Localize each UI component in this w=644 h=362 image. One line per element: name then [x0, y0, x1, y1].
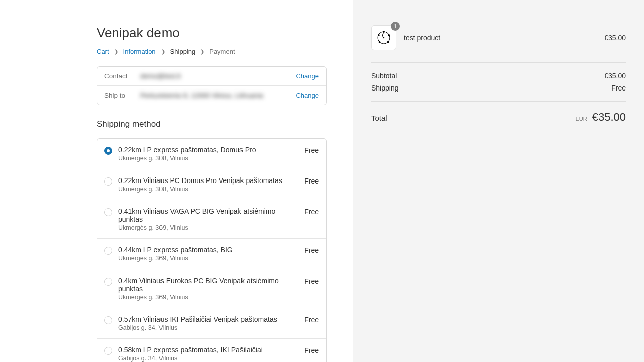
- shipping-heading: Shipping method: [97, 119, 327, 129]
- shipto-value: Perkunkiemio 6, 12000 Vilnius, Lithuania: [139, 92, 296, 99]
- option-text: 0.4km Vilniaus Eurokos PC BIG Venipak at…: [118, 277, 298, 301]
- shipping-option[interactable]: 0.41km Vilniaus VAGA PC BIG Venipak atsi…: [97, 200, 326, 239]
- shipping-cost-label: Shipping: [371, 84, 399, 92]
- option-title: 0.22km LP express paštomatas, Domus Pro: [118, 146, 298, 154]
- option-subtitle: Gabijos g. 34, Vilnius: [118, 324, 298, 331]
- breadcrumb: Cart ❯ Information ❯ Shipping ❯ Payment: [97, 48, 327, 55]
- svg-point-5: [378, 34, 380, 36]
- shipping-option[interactable]: 0.22km Vilniaus PC Domus Pro Venipak paš…: [97, 169, 326, 200]
- change-contact-link[interactable]: Change: [296, 72, 319, 80]
- option-subtitle: Ukmergės g. 369, Vilnius: [118, 224, 298, 231]
- review-box: Contact demo@test.lt Change Ship to Perk…: [97, 66, 327, 105]
- shipping-option[interactable]: 0.44km LP express paštomatas, BIGUkmergė…: [97, 239, 326, 269]
- option-title: 0.58km LP express paštomatas, IKI Pašila…: [118, 346, 298, 354]
- option-text: 0.44km LP express paštomatas, BIGUkmergė…: [118, 246, 298, 262]
- option-price: Free: [304, 146, 319, 154]
- option-subtitle: Ukmergės g. 308, Vilnius: [118, 186, 298, 193]
- svg-point-3: [387, 41, 389, 43]
- shipping-option[interactable]: 0.58km LP express paštomatas, IKI Pašila…: [97, 339, 326, 362]
- contact-row: Contact demo@test.lt Change: [97, 67, 326, 86]
- product-thumbnail: 1: [371, 25, 396, 50]
- option-title: 0.4km Vilniaus Eurokos PC BIG Venipak at…: [118, 277, 298, 293]
- product-icon: [375, 29, 392, 46]
- grand-total: Total EUR €35.00: [371, 102, 626, 124]
- order-summary: 1 test product €35.00 Subtotal €35.00 Sh…: [353, 0, 644, 362]
- option-price: Free: [304, 177, 319, 185]
- total-value: €35.00: [592, 111, 626, 124]
- shipto-row: Ship to Perkunkiemio 6, 12000 Vilnius, L…: [97, 86, 326, 105]
- shipping-list: 0.22km LP express paštomatas, Domus ProU…: [97, 138, 327, 362]
- page-title: Venipak demo: [97, 25, 327, 41]
- option-price: Free: [304, 277, 319, 285]
- shipping-cost-value: Free: [611, 84, 626, 92]
- svg-point-2: [388, 34, 390, 36]
- chevron-right-icon: ❯: [200, 49, 204, 54]
- option-title: 0.41km Vilniaus VAGA PC BIG Venipak atsi…: [118, 207, 298, 223]
- shipping-option[interactable]: 0.22km LP express paštomatas, Domus ProU…: [97, 139, 326, 169]
- currency-code: EUR: [575, 116, 587, 122]
- option-price: Free: [304, 246, 319, 254]
- option-text: 0.22km Vilniaus PC Domus Pro Venipak paš…: [118, 176, 298, 193]
- contact-value: demo@test.lt: [139, 72, 296, 80]
- option-text: 0.57km Vilniaus IKI Pašilaičiai Venipak …: [118, 315, 298, 331]
- svg-point-1: [383, 31, 385, 33]
- radio-icon[interactable]: [104, 247, 112, 255]
- radio-icon[interactable]: [104, 147, 112, 155]
- option-text: 0.41km Vilniaus VAGA PC BIG Venipak atsi…: [118, 207, 298, 231]
- breadcrumb-shipping: Shipping: [170, 48, 196, 55]
- option-title: 0.22km Vilniaus PC Domus Pro Venipak paš…: [118, 176, 298, 185]
- option-title: 0.57km Vilniaus IKI Pašilaičiai Venipak …: [118, 315, 298, 323]
- radio-icon[interactable]: [104, 278, 112, 286]
- chevron-right-icon: ❯: [114, 49, 118, 54]
- subtotal-label: Subtotal: [371, 72, 397, 80]
- subtotal-value: €35.00: [604, 72, 626, 80]
- option-subtitle: Ukmergės g. 369, Vilnius: [118, 255, 298, 262]
- option-subtitle: Ukmergės g. 308, Vilnius: [118, 155, 298, 162]
- breadcrumb-information[interactable]: Information: [123, 48, 156, 55]
- svg-point-4: [379, 41, 381, 43]
- product-name: test product: [404, 34, 604, 42]
- svg-point-6: [383, 37, 385, 39]
- contact-label: Contact: [104, 72, 139, 80]
- option-subtitle: Ukmergės g. 369, Vilnius: [118, 294, 298, 301]
- option-text: 0.58km LP express paštomatas, IKI Pašila…: [118, 346, 298, 362]
- totals-block: Subtotal €35.00 Shipping Free: [371, 63, 626, 102]
- option-subtitle: Gabijos g. 34, Vilnius: [118, 355, 298, 362]
- product-price: €35.00: [604, 34, 626, 42]
- shipping-option[interactable]: 0.57km Vilniaus IKI Pašilaičiai Venipak …: [97, 308, 326, 339]
- shipto-label: Ship to: [104, 92, 139, 99]
- option-price: Free: [304, 346, 319, 354]
- radio-icon[interactable]: [104, 208, 112, 216]
- chevron-right-icon: ❯: [161, 49, 165, 54]
- breadcrumb-payment: Payment: [209, 48, 235, 55]
- radio-icon[interactable]: [104, 347, 112, 355]
- option-title: 0.44km LP express paštomatas, BIG: [118, 246, 298, 254]
- option-price: Free: [304, 316, 319, 324]
- total-label: Total: [371, 114, 387, 122]
- shipping-option[interactable]: 0.4km Vilniaus Eurokos PC BIG Venipak at…: [97, 269, 326, 308]
- cart-item: 1 test product €35.00: [371, 25, 626, 63]
- radio-icon[interactable]: [104, 316, 112, 324]
- change-shipto-link[interactable]: Change: [296, 92, 319, 99]
- radio-icon[interactable]: [104, 177, 112, 186]
- breadcrumb-cart[interactable]: Cart: [97, 48, 109, 55]
- option-price: Free: [304, 208, 319, 216]
- option-text: 0.22km LP express paštomatas, Domus ProU…: [118, 146, 298, 162]
- qty-badge: 1: [391, 22, 400, 31]
